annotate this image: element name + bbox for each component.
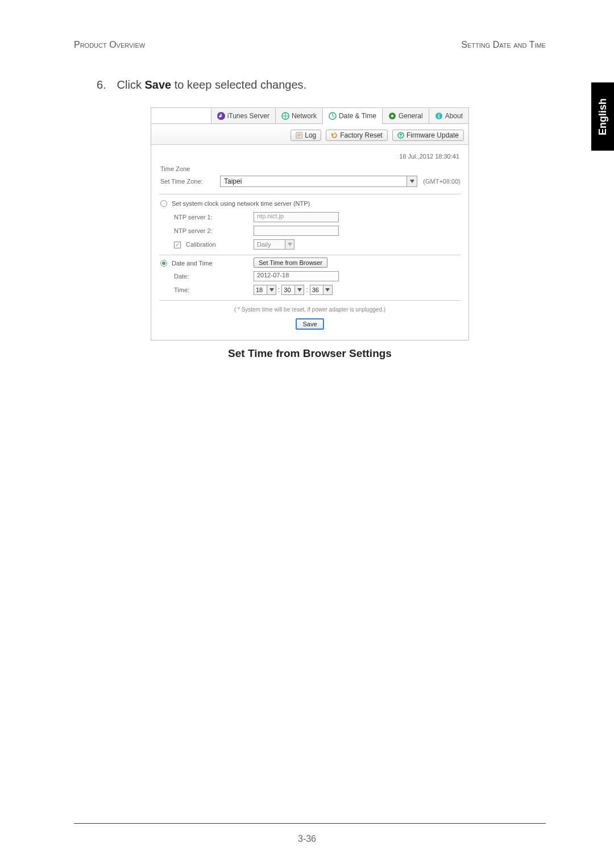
tab-label: Date & Time	[339, 112, 376, 120]
time-colon: :	[304, 286, 309, 294]
timezone-section-label: Time Zone	[159, 165, 460, 172]
time-label: Time:	[174, 286, 254, 293]
subtab-firmware-update[interactable]: Firmware Update	[392, 130, 464, 141]
figure-caption: Set Time from Browser Settings	[74, 347, 546, 360]
date-time-radio-label: Date and Time	[172, 260, 213, 267]
set-time-from-browser-button[interactable]: Set Time from Browser	[254, 258, 327, 268]
subtab-label: Firmware Update	[406, 131, 459, 139]
tab-date-time[interactable]: Date & Time	[322, 109, 382, 124]
instruction-bold: Save	[144, 78, 171, 91]
subtab-label: Factory Reset	[340, 131, 383, 139]
minute-select[interactable]: 30	[281, 285, 304, 295]
svg-point-4	[391, 115, 393, 117]
calibration-label: Calibration	[186, 241, 216, 248]
tab-itunes-server[interactable]: iTunes Server	[211, 109, 275, 124]
language-tab-label: English	[597, 98, 609, 135]
chevron-down-icon	[267, 285, 276, 294]
hour-value: 18	[254, 286, 267, 293]
chevron-down-icon	[323, 285, 332, 294]
ntp-server1-label: NTP server 1:	[174, 214, 254, 221]
section-divider	[159, 255, 460, 255]
info-icon: i	[435, 112, 443, 120]
radio-date-time[interactable]	[160, 260, 167, 267]
second-select[interactable]: 36	[310, 285, 333, 295]
ntp-server1-input[interactable]: ntp.nict.jp	[254, 212, 339, 222]
section-divider	[159, 300, 460, 301]
tab-label: iTunes Server	[227, 112, 269, 120]
sub-tabs: Log Factory Reset Firmware Update	[151, 124, 468, 145]
tab-label: About	[445, 112, 463, 120]
network-icon	[281, 112, 289, 120]
date-input[interactable]: 2012-07-18	[254, 271, 339, 281]
instruction-step: 6. Click Save to keep selected changes.	[97, 78, 546, 92]
timezone-row: Set Time Zone: Taipei (GMT+08:00)	[159, 176, 460, 194]
subtab-log[interactable]: Log	[291, 130, 321, 141]
calibration-value: Daily	[254, 241, 285, 248]
chevron-down-icon	[285, 240, 294, 249]
ntp-radio-label: Set system clock using network time serv…	[172, 200, 310, 207]
timezone-select[interactable]: Taipei	[220, 176, 417, 187]
panel-body: 18 Jul.,2012 18:30:41 Time Zone Set Time…	[151, 145, 468, 340]
save-button[interactable]: Save	[296, 318, 323, 330]
calibration-select[interactable]: Daily	[254, 239, 294, 250]
second-value: 36	[310, 286, 323, 293]
clock-icon	[329, 112, 337, 120]
log-icon	[296, 132, 302, 139]
chevron-down-icon	[294, 285, 304, 294]
set-timezone-label: Set Time Zone:	[160, 178, 214, 185]
calibration-label-wrap: Calibration	[174, 241, 254, 248]
minute-value: 30	[282, 286, 294, 293]
save-row: Save	[159, 318, 460, 332]
tab-label: General	[399, 112, 423, 120]
main-tabs: iTunes Server Network Date & Time Genera…	[151, 108, 468, 124]
calibration-row: Calibration Daily	[159, 238, 460, 251]
music-note-icon	[217, 112, 225, 120]
document-page: Product Overview Setting Date and Time E…	[0, 0, 614, 868]
ntp-radio-row[interactable]: Set system clock using network time serv…	[159, 199, 460, 210]
update-icon	[397, 132, 404, 139]
time-colon: :	[276, 286, 281, 294]
timezone-gmt-offset: (GMT+08:00)	[423, 178, 460, 185]
ntp-server2-row: NTP server 2:	[159, 224, 460, 238]
header-right: Setting Date and Time	[461, 40, 546, 50]
subtab-factory-reset[interactable]: Factory Reset	[326, 130, 388, 141]
hour-select[interactable]: 18	[254, 285, 276, 295]
ntp-server1-row: NTP server 1: ntp.nict.jp	[159, 210, 460, 224]
language-tab: English	[591, 82, 614, 151]
time-row: Time: 18 : 30 : 36	[159, 283, 460, 297]
date-row: Date: 2012-07-18	[159, 269, 460, 283]
tab-network[interactable]: Network	[275, 109, 322, 124]
page-header: Product Overview Setting Date and Time	[74, 40, 546, 50]
header-left: Product Overview	[74, 40, 145, 50]
ntp-server2-label: NTP server 2:	[174, 227, 254, 234]
footer-rule	[74, 823, 546, 824]
gear-icon	[388, 112, 396, 120]
page-number: 3-36	[0, 834, 614, 844]
date-label: Date:	[174, 273, 254, 280]
timezone-value: Taipei	[221, 177, 406, 185]
settings-panel: iTunes Server Network Date & Time Genera…	[151, 107, 469, 340]
calibration-checkbox[interactable]	[174, 242, 181, 248]
chevron-down-icon	[406, 176, 417, 186]
footnote: ( * System time will be reset, if power …	[159, 304, 460, 318]
current-datetime: 18 Jul.,2012 18:30:41	[159, 151, 460, 165]
svg-text:i: i	[438, 113, 439, 119]
instruction-number: 6.	[97, 78, 114, 92]
tab-about[interactable]: i About	[429, 109, 468, 124]
ntp-server2-input[interactable]	[254, 226, 339, 236]
reset-icon	[331, 132, 338, 139]
instruction-post: to keep selected changes.	[171, 78, 306, 91]
radio-ntp[interactable]	[160, 200, 167, 207]
tab-label: Network	[292, 112, 317, 120]
subtab-label: Log	[305, 131, 316, 139]
instruction-pre: Click	[117, 78, 145, 91]
tab-general[interactable]: General	[382, 109, 429, 124]
